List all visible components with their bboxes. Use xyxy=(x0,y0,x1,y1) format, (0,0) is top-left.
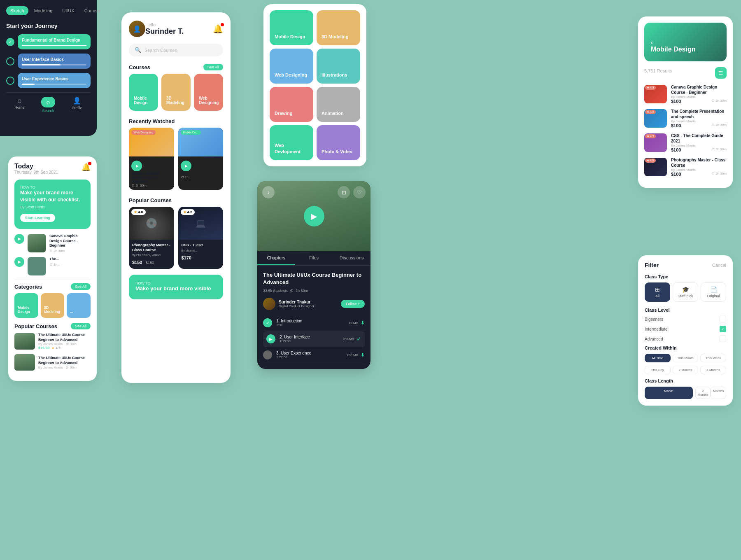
courses-see-all-button[interactable]: See All xyxy=(203,64,223,70)
result-thumb-4: ★ 4.9 xyxy=(644,158,667,176)
time-this-day[interactable]: This Day xyxy=(645,366,671,374)
category-other[interactable]: ... xyxy=(67,293,91,318)
time-this-week[interactable]: This Week xyxy=(700,354,726,362)
result-item-3[interactable]: ★ 4.9 CSS - The Complete Guide 2021 By J… xyxy=(644,133,727,152)
category-mobile-design[interactable]: Mobile Design xyxy=(14,293,38,318)
chapter-name-1: 1. Introduction xyxy=(276,319,345,323)
instructor-info: Surinder Thakur Digital Product Designer xyxy=(263,298,314,310)
result-info-2: The Complete Presentation and speech By … xyxy=(671,109,727,128)
level-intermediate-label: Intermediate xyxy=(645,327,668,331)
category-3d-modeling[interactable]: 3D Modeling xyxy=(41,293,65,318)
time-4-months[interactable]: 4 Months xyxy=(700,366,726,374)
cat-cell-web-designing[interactable]: Web Designing xyxy=(270,49,313,84)
search-input-placeholder[interactable]: Search Courses xyxy=(144,48,177,53)
play-button-2[interactable]: ▶ xyxy=(14,257,24,267)
results-hero-wrapper: ‹ Mobile Design 5,761 Results ☰ xyxy=(644,23,727,79)
back-arrow-icon[interactable]: ‹ xyxy=(651,39,653,46)
course-card-web-designing[interactable]: Web Designing xyxy=(194,74,223,111)
tab-uiux[interactable]: UI/UX xyxy=(58,6,78,15)
result-rating-1: ★ 4.9 xyxy=(645,86,656,90)
screen-cast-button[interactable]: ⊡ xyxy=(338,186,350,198)
watched-name-2: The... xyxy=(181,171,221,175)
tab-chapters[interactable]: Chapters xyxy=(257,251,295,265)
tab-modeling[interactable]: Modeling xyxy=(30,6,57,15)
tab-files[interactable]: Files xyxy=(295,251,333,265)
pop-course-card-2[interactable]: 💻 ★ 4.2 CSS - T 2021 By Maximi... $170 xyxy=(178,207,224,269)
chapter-dur-3: 1:27:00 xyxy=(276,355,343,359)
cat-cell-web-development[interactable]: Web Devlopment xyxy=(270,125,313,160)
cat-cell-photo-video[interactable]: Photo & Video xyxy=(317,125,360,160)
chapter-download-1[interactable]: ⬇ xyxy=(361,320,365,326)
watched-play-1[interactable]: ▶ xyxy=(131,161,142,171)
class-type-section-title: Class Type xyxy=(645,274,726,279)
search-bar[interactable]: 🔍 Search Courses xyxy=(129,44,223,56)
watched-play-2[interactable]: ▶ xyxy=(181,161,191,171)
pop-course-price-1: $150 xyxy=(132,260,142,265)
result-item-1[interactable]: ★ 4.9 Canava Graphic Design Course - Beg… xyxy=(644,84,727,104)
today-title: Today xyxy=(14,163,58,170)
watched-card-2[interactable]: Mobile De... ▶ The... ⏱ 1h... xyxy=(178,128,224,190)
result-item-2[interactable]: ★ 4.9 The Complete Presentation and spee… xyxy=(644,109,727,128)
rating-value-2: 4.2 xyxy=(187,210,193,214)
tab-bar: Sketch Modeling UI/UX Camera xyxy=(6,6,91,15)
filter-cancel-button[interactable]: Cancel xyxy=(712,263,726,268)
instructor-name: Surinder Thakur xyxy=(279,300,314,304)
pop-course-old-price-1: $180 xyxy=(146,261,154,265)
tab-discussions[interactable]: Discussions xyxy=(333,251,370,265)
chapter-download-3[interactable]: ⬇ xyxy=(361,352,365,358)
course-card-3d-modeling[interactable]: 3D Modeling xyxy=(161,74,191,111)
cat-cell-illustrations[interactable]: Illustrations xyxy=(317,49,360,84)
nav-search[interactable]: ⌕ Search xyxy=(41,97,55,113)
tab-sketch[interactable]: Sketch xyxy=(6,6,28,15)
length-2-months[interactable]: 2 Months xyxy=(695,387,711,399)
follow-button[interactable]: Follow + xyxy=(341,300,365,308)
cat-cell-drawing[interactable]: Drawing xyxy=(270,87,313,122)
categories-see-all-button[interactable]: See All xyxy=(71,283,91,290)
watched-card-1[interactable]: Web Designing ▶ Canava Graphic Design Co… xyxy=(129,128,174,190)
results-hero: ‹ Mobile Design xyxy=(644,23,727,61)
nav-home[interactable]: ⌂ Home xyxy=(14,97,24,113)
length-months[interactable]: Months xyxy=(711,387,726,399)
time-2-months[interactable]: 2 Months xyxy=(673,366,699,374)
pop-course-card-1[interactable]: 💿 ★ 4.0 Photography Master - Class Cours… xyxy=(129,207,174,269)
journey-card-1: Fundamental of Brand Design xyxy=(18,34,91,49)
level-intermediate-checkbox[interactable]: ✓ xyxy=(720,326,726,332)
class-type-staff-pick[interactable]: 🎓 Staff pick xyxy=(673,282,698,302)
result-price-row-3: $100 ⏱ 2h 30m xyxy=(671,147,727,152)
time-all-time[interactable]: All Time xyxy=(645,354,671,362)
cat-cell-3d-modeling[interactable]: 3D Modeling xyxy=(317,10,360,45)
chapter-info-3: 3. User Experience 1:27:00 xyxy=(276,351,343,359)
level-beginners-checkbox[interactable] xyxy=(720,316,726,322)
profile-icon: 👤 xyxy=(73,97,81,105)
time-this-month[interactable]: This Month xyxy=(673,354,699,362)
length-month[interactable]: Month xyxy=(645,387,693,399)
tab-camera[interactable]: Camera xyxy=(80,6,105,15)
start-learning-button[interactable]: Start Learning xyxy=(20,214,55,222)
class-type-original[interactable]: 📄 Original xyxy=(701,282,726,302)
play-button-1[interactable]: ▶ xyxy=(14,234,24,244)
video-tabs: Chapters Files Discussions xyxy=(257,251,370,266)
result-dur-1: ⏱ 2h 30m xyxy=(711,99,727,104)
rating-value-1: 4.0 xyxy=(138,210,143,214)
main-phone-panel: 👤 Hello Surinder T. 🔔 🔍 Search Courses C… xyxy=(121,12,231,383)
nav-profile[interactable]: 👤 Profile xyxy=(72,97,82,113)
heart-button[interactable]: ♡ xyxy=(353,186,366,198)
cat-cell-animation[interactable]: Animation xyxy=(317,87,360,122)
big-play-button[interactable]: ▶ xyxy=(304,206,324,226)
user-header: 👤 Hello Surinder T. 🔔 xyxy=(129,21,223,37)
course-card-mobile-design[interactable]: Mobile Design xyxy=(129,74,158,111)
course-info-1: Canava Graphic Design Course - Beginner … xyxy=(49,234,91,253)
popular-see-all-button[interactable]: See All xyxy=(71,323,91,329)
nav-search-label: Search xyxy=(42,109,54,113)
categories-grid: Mobile Design 3D Modeling Web Designing … xyxy=(270,10,360,160)
level-advanced-checkbox[interactable] xyxy=(720,336,726,342)
chapter-check-1: ✓ xyxy=(263,318,272,327)
chapter-item-2[interactable]: ▶ 2. User Interface 1:15:00 200 MB ✓ xyxy=(263,331,365,347)
journey-card-title-2: User Interface Basics xyxy=(22,57,86,62)
back-button[interactable]: ‹ xyxy=(262,186,275,198)
result-item-4[interactable]: ★ 4.9 Photography Master - Class Course … xyxy=(644,157,727,177)
cat-cell-mobile-design[interactable]: Mobile Design xyxy=(270,10,313,45)
filter-icon[interactable]: ☰ xyxy=(715,67,727,79)
journey-title: Start your Journey xyxy=(6,23,91,29)
class-type-all[interactable]: ⊞ All xyxy=(645,282,670,302)
